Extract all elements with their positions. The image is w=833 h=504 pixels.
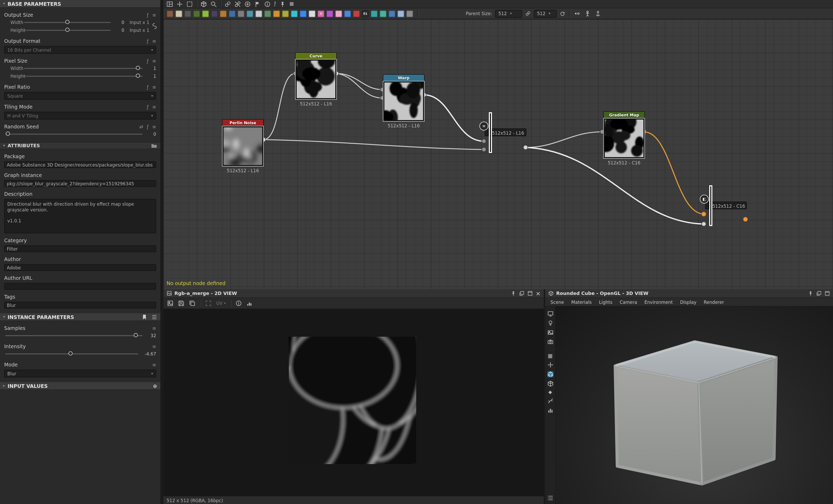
shuffle-seed-icon[interactable]: ⇄ xyxy=(139,124,143,129)
view-3d-menu-item[interactable]: Camera xyxy=(617,298,640,306)
node-alpha-merge[interactable]: ◧ Alpha Merge 512x512 - C16 xyxy=(705,201,747,209)
fx-map-node-icon[interactable] xyxy=(388,10,395,17)
slider-value[interactable]: 32 xyxy=(147,333,156,338)
category-input[interactable]: Filter xyxy=(4,245,156,252)
view-3d-menu-item[interactable]: Environment xyxy=(641,298,676,306)
package-input[interactable]: Adobe Substance 3D Designer/resources/pa… xyxy=(4,161,156,168)
marquee-select-icon[interactable] xyxy=(187,1,193,7)
view-3d-menu-item[interactable]: Lights xyxy=(596,298,616,306)
directional-blur-node-icon[interactable] xyxy=(211,10,218,17)
transform-icon[interactable] xyxy=(547,362,553,368)
pixel-height-slider[interactable] xyxy=(24,75,143,76)
slider-value[interactable]: 0 xyxy=(147,131,156,136)
section-instance-parameters[interactable]: ▾ INSTANCE PARAMETERS xyxy=(0,313,160,321)
view-3d-menu-item[interactable]: Materials xyxy=(568,298,595,306)
sharpen-node-icon[interactable] xyxy=(291,10,298,17)
environment-image-icon[interactable] xyxy=(547,329,553,336)
tile-sampler-node-icon[interactable] xyxy=(371,10,378,17)
distance-node-icon[interactable] xyxy=(229,10,236,17)
node-gradient-map[interactable]: Gradient Map 512x512 - C16 xyxy=(603,111,645,166)
search-icon[interactable] xyxy=(211,1,217,7)
random-seed-slider[interactable] xyxy=(5,133,143,134)
reset-size-icon[interactable] xyxy=(560,11,565,16)
pixel-processor-node-icon[interactable] xyxy=(344,10,351,17)
rounded-cube-mesh[interactable] xyxy=(610,338,778,487)
display-settings-icon[interactable] xyxy=(547,310,553,317)
expose-parameter-icon[interactable]: ƒ xyxy=(147,12,149,18)
parameter-menu-icon[interactable]: ≡ xyxy=(152,12,156,18)
svg-node-icon[interactable] xyxy=(175,10,182,17)
pin-icon[interactable] xyxy=(808,291,813,296)
author-url-input[interactable] xyxy=(4,283,156,290)
view-3d-menu-item[interactable]: Scene xyxy=(547,298,567,306)
pixel-ratio-select[interactable]: Square ▾ xyxy=(4,92,156,100)
add-node-icon[interactable] xyxy=(244,1,251,7)
section-icon[interactable] xyxy=(547,398,553,404)
parameter-menu-icon[interactable]: ≡ xyxy=(152,362,156,367)
float-panel-icon[interactable] xyxy=(816,291,822,296)
inherit-size-select[interactable]: 512▾ xyxy=(534,10,557,18)
pin-icon[interactable] xyxy=(511,291,516,296)
folder-icon[interactable] xyxy=(151,143,157,149)
fit-view-icon[interactable] xyxy=(205,300,212,306)
node-curve[interactable]: Curve 512x512 - L16 xyxy=(295,52,337,106)
instance-badge[interactable]: ◧ xyxy=(700,195,709,204)
node-perlin-noise[interactable]: Perlin Noise 512x512 - L16 xyxy=(222,119,264,173)
filtering-toggle-icon[interactable] xyxy=(574,10,580,17)
curve-node-icon[interactable] xyxy=(202,10,209,17)
author-input[interactable]: Adobe xyxy=(4,264,156,271)
grayscale-conversion-node-icon[interactable] xyxy=(255,10,262,17)
emboss-node-icon[interactable] xyxy=(238,10,244,17)
human-scale-icon[interactable] xyxy=(585,10,591,17)
intensity-slider[interactable] xyxy=(5,353,138,354)
link-width-height-icon[interactable] xyxy=(151,23,157,29)
image-icon[interactable] xyxy=(167,300,173,306)
function-icon[interactable]: ƒ xyxy=(274,2,276,6)
info-icon[interactable] xyxy=(264,1,270,7)
graph-instance-input[interactable]: pkg:///slope_blur_grayscale_2?dependency… xyxy=(4,180,156,187)
expose-parameter-icon[interactable]: ƒ xyxy=(147,39,149,44)
material-icon[interactable]: ◆ xyxy=(548,390,552,395)
graph-template-node-icon[interactable] xyxy=(398,10,404,17)
section-input-values[interactable]: ▸ INPUT VALUES ⊕ xyxy=(0,382,160,390)
scene-tree-icon[interactable] xyxy=(547,495,554,501)
tiling-mode-select[interactable]: H and V Tiling ▾ xyxy=(4,112,156,120)
bookmark-icon[interactable] xyxy=(141,314,147,320)
view-3d-menu-item[interactable]: Display xyxy=(677,298,699,306)
link-icon[interactable] xyxy=(224,1,231,7)
comment-node-icon[interactable] xyxy=(406,10,413,17)
node-warp[interactable]: Warp 512x512 - L16 xyxy=(383,74,425,128)
splatter-node-icon[interactable] xyxy=(380,10,386,17)
float-panel-icon[interactable] xyxy=(519,291,524,296)
slope-blur-node-icon[interactable] xyxy=(193,10,200,17)
shaded-view-icon[interactable] xyxy=(547,371,553,377)
pin-icon[interactable] xyxy=(279,1,286,7)
maximize-panel-icon[interactable] xyxy=(527,291,533,296)
warp-node-icon[interactable] xyxy=(327,10,333,17)
view-3d-menu-item[interactable]: Renderer xyxy=(700,298,727,306)
section-base-parameters[interactable]: ▾ BASE PARAMETERS xyxy=(0,0,160,8)
node-slope-blur-grayscale[interactable]: ≡ Slope Blur Grayscale 512x512 - L16 xyxy=(485,128,526,136)
graph-reference-badge[interactable]: ≡ xyxy=(479,122,488,130)
maximize-panel-icon[interactable] xyxy=(825,291,830,296)
parameter-menu-icon[interactable]: ≡ xyxy=(152,124,156,129)
view-3d-viewport[interactable] xyxy=(556,306,833,504)
camera-icon[interactable] xyxy=(547,339,553,345)
uv-select[interactable]: UV▾ xyxy=(216,301,226,306)
slider-value[interactable]: 1 xyxy=(147,66,156,71)
shape-node-icon[interactable] xyxy=(300,10,307,17)
parent-size-select[interactable]: 512▾ xyxy=(495,10,522,18)
uniform-color-node-icon[interactable] xyxy=(335,10,342,17)
view-2d-canvas[interactable] xyxy=(164,309,544,496)
directional-warp-node-icon[interactable] xyxy=(220,10,227,17)
value-processor-node-icon[interactable] xyxy=(353,10,360,17)
wireframe-view-icon[interactable] xyxy=(547,381,553,387)
view-2d-titlebar[interactable]: Rgb-a_merge - 2D VIEW × xyxy=(164,289,544,298)
uv-grid-icon[interactable]: ▦ xyxy=(548,353,553,359)
unlink-icon[interactable] xyxy=(235,1,241,7)
text-node-icon[interactable]: A xyxy=(317,10,324,17)
output-height-slider[interactable] xyxy=(24,29,111,30)
anchor-link-icon[interactable] xyxy=(595,10,601,17)
light-icon[interactable] xyxy=(547,320,553,326)
tags-input[interactable]: Blur xyxy=(4,302,156,308)
